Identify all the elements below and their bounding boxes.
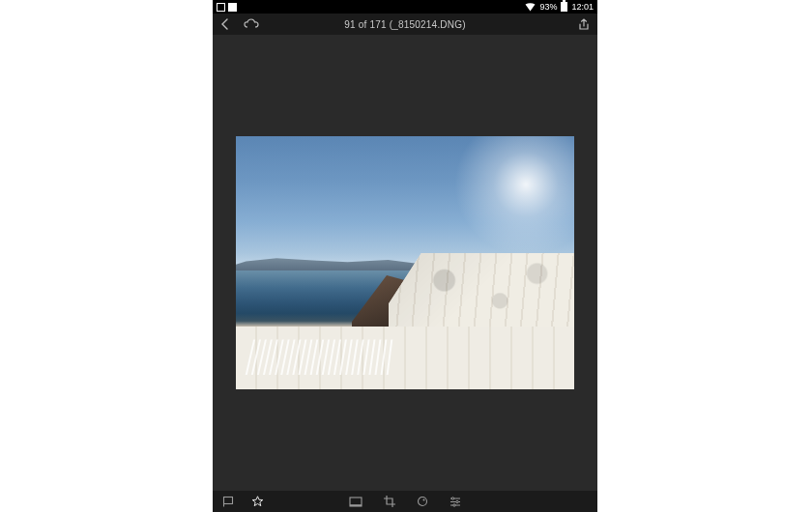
notification-icon [228,3,237,12]
svg-point-6 [456,500,458,502]
wifi-icon [525,3,536,12]
clock: 12:01 [571,2,594,12]
star-button[interactable] [251,496,264,507]
adjust-button[interactable] [450,496,461,507]
battery-percent: 93% [539,2,557,12]
notification-icon [217,3,225,12]
page-title: 91 of 171 (_8150214.DNG) [213,19,597,30]
tablet-app-frame: 93% 12:01 91 of 171 (_8150214.DNG) [213,0,597,512]
flag-button[interactable] [222,496,234,507]
share-button[interactable] [578,18,590,31]
cloud-sync-button[interactable] [244,18,259,30]
back-button[interactable] [220,18,230,30]
svg-point-7 [453,503,455,505]
status-left-icons [217,3,237,12]
crop-button[interactable] [384,496,395,507]
svg-rect-2 [350,504,362,506]
status-bar: 93% 12:01 [213,0,597,14]
status-right-cluster: 93% 12:01 [525,2,594,12]
filmstrip-button[interactable] [349,496,362,507]
svg-point-4 [423,499,425,501]
svg-point-5 [451,497,453,498]
app-header: 91 of 171 (_8150214.DNG) [213,14,597,35]
presets-button[interactable] [417,496,428,507]
svg-point-3 [419,498,427,506]
photo-image [236,136,574,389]
photo-viewer[interactable] [213,35,597,491]
battery-icon [561,2,567,12]
bottom-toolbar [213,491,597,512]
svg-rect-0 [224,498,233,504]
